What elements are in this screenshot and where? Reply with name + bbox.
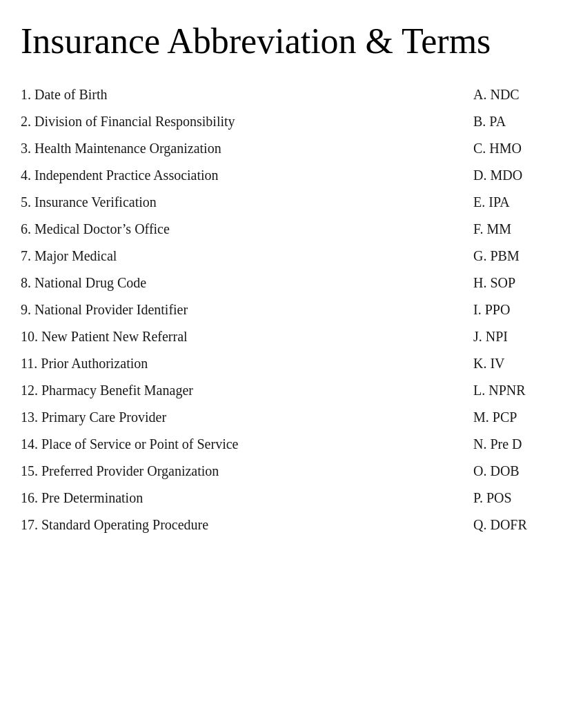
term-label: 12. Pharmacy Benefit Manager: [21, 383, 460, 398]
table-row: 12. Pharmacy Benefit ManagerL. NPNR: [21, 377, 542, 404]
term-abbreviation: P. POS: [460, 490, 542, 506]
term-label: 8. National Drug Code: [21, 275, 460, 291]
term-label: 16. Pre Determination: [21, 490, 460, 506]
term-label: 6. Medical Doctor’s Office: [21, 221, 460, 237]
table-row: 4. Independent Practice AssociationD. MD…: [21, 162, 542, 189]
table-row: 11. Prior AuthorizationK. IV: [21, 350, 542, 377]
table-row: 8. National Drug CodeH. SOP: [21, 270, 542, 296]
term-label: 7. Major Medical: [21, 248, 460, 264]
term-abbreviation: C. HMO: [460, 141, 542, 156]
table-row: 1. Date of BirthA. NDC: [21, 81, 542, 108]
term-abbreviation: Q. DOFR: [460, 517, 542, 533]
term-abbreviation: N. Pre D: [460, 436, 542, 452]
term-abbreviation: M. PCP: [460, 410, 542, 425]
table-row: 9. National Provider IdentifierI. PPO: [21, 296, 542, 323]
terms-list: 1. Date of BirthA. NDC2. Division of Fin…: [21, 81, 542, 538]
table-row: 13. Primary Care ProviderM. PCP: [21, 404, 542, 431]
term-label: 4. Independent Practice Association: [21, 168, 460, 183]
term-label: 5. Insurance Verification: [21, 194, 460, 210]
term-label: 15. Preferred Provider Organization: [21, 463, 460, 479]
term-label: 14. Place of Service or Point of Service: [21, 436, 460, 452]
term-label: 11. Prior Authorization: [21, 356, 460, 372]
table-row: 14. Place of Service or Point of Service…: [21, 431, 542, 458]
table-row: 2. Division of Financial ResponsibilityB…: [21, 108, 542, 135]
term-abbreviation: A. NDC: [460, 87, 542, 103]
term-label: 9. National Provider Identifier: [21, 302, 460, 318]
term-abbreviation: K. IV: [460, 356, 542, 372]
term-abbreviation: G. PBM: [460, 248, 542, 264]
term-label: 3. Health Maintenance Organization: [21, 141, 460, 156]
term-abbreviation: B. PA: [460, 114, 542, 130]
term-abbreviation: I. PPO: [460, 302, 542, 318]
table-row: 16. Pre DeterminationP. POS: [21, 485, 542, 512]
term-label: 1. Date of Birth: [21, 87, 460, 103]
term-label: 10. New Patient New Referral: [21, 329, 460, 345]
term-abbreviation: H. SOP: [460, 275, 542, 291]
table-row: 3. Health Maintenance OrganizationC. HMO: [21, 135, 542, 162]
term-abbreviation: E. IPA: [460, 194, 542, 210]
term-abbreviation: F. MM: [460, 221, 542, 237]
table-row: 6. Medical Doctor’s OfficeF. MM: [21, 216, 542, 243]
term-label: 13. Primary Care Provider: [21, 410, 460, 425]
term-label: 17. Standard Operating Procedure: [21, 517, 460, 533]
term-abbreviation: D. MDO: [460, 168, 542, 183]
table-row: 7. Major MedicalG. PBM: [21, 243, 542, 270]
table-row: 5. Insurance VerificationE. IPA: [21, 189, 542, 216]
term-abbreviation: J. NPI: [460, 329, 542, 345]
table-row: 10. New Patient New ReferralJ. NPI: [21, 323, 542, 350]
page-title: Insurance Abbreviation & Terms: [21, 21, 542, 62]
term-abbreviation: O. DOB: [460, 463, 542, 479]
term-abbreviation: L. NPNR: [460, 383, 542, 398]
term-label: 2. Division of Financial Responsibility: [21, 114, 460, 130]
table-row: 17. Standard Operating ProcedureQ. DOFR: [21, 512, 542, 538]
table-row: 15. Preferred Provider OrganizationO. DO…: [21, 458, 542, 485]
